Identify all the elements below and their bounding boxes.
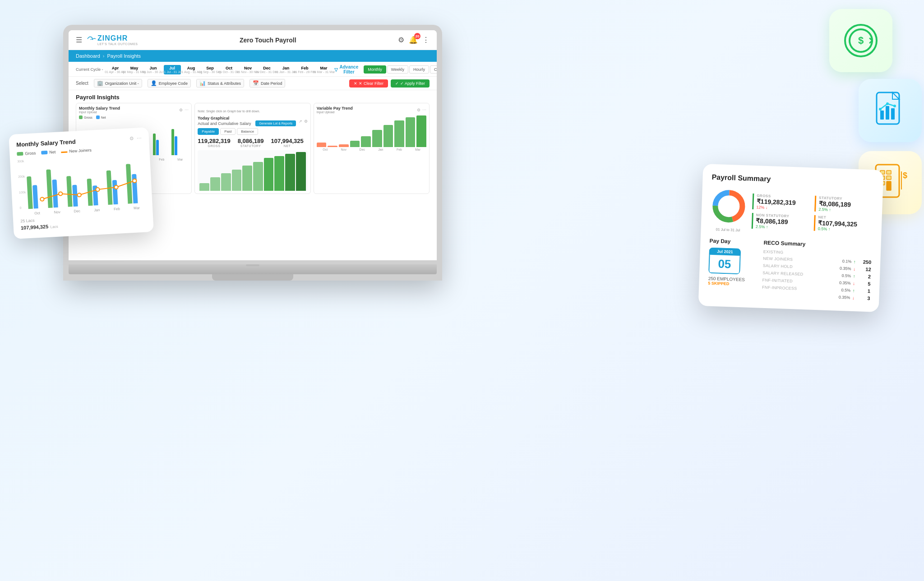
payroll-tabs: Payable Paid Balance [198, 128, 307, 135]
more-menu-icon[interactable]: ⋮ [422, 36, 430, 44]
view-buttons: Monthly Weekly Hourly Custom [364, 65, 437, 74]
settings-small-icon2[interactable]: ⚙ [417, 108, 420, 112]
today-graphical-chart: Note: Single click on Graph bar to drill… [194, 103, 310, 194]
svg-point-0 [40, 197, 44, 201]
report-chart-icon [872, 90, 908, 131]
bottom-value: 107,994,325 [21, 224, 49, 231]
cal-day: 05 [708, 255, 740, 274]
breadcrumb-home[interactable]: Dashboard [76, 53, 100, 59]
floating-monthly-card: Monthly Salary Trend ⚙ ⋯ Gross Net New J… [9, 127, 154, 239]
svg-point-4 [114, 185, 118, 189]
org-unit-filter[interactable]: 🏢 Organization Unit - [94, 79, 142, 88]
svg-point-3 [96, 188, 100, 191]
variable-pay-chart: Variable Pay Trend Input Upload ⚙ ⋯ [314, 103, 430, 194]
weekly-view-btn[interactable]: Weekly [387, 65, 408, 74]
breadcrumb: Dashboard › Payroll Insights [69, 50, 437, 62]
reco-title: RECO Summary [763, 240, 872, 249]
net-value: 107,994,325 [271, 138, 303, 144]
statutory-value: 8,086,189 [238, 138, 264, 144]
summary-main-row: 01 Jul to 31 Jul GROSS ₹119,282,319 12% … [710, 188, 873, 237]
chart-legend: Gross Net [79, 115, 189, 119]
advance-filter-button[interactable]: ▽ Advance Filter [334, 65, 359, 74]
y-axis: 300k 200k 100k 0 [17, 160, 27, 210]
hourly-view-btn[interactable]: Hourly [409, 65, 429, 74]
clear-filter-button[interactable]: ✕ ✕ Clear Filter [349, 79, 388, 88]
calendar-box: Jul 2021 05 [708, 248, 741, 274]
svg-rect-15 [886, 106, 889, 120]
laptop-base [69, 264, 437, 274]
employee-code-filter[interactable]: 👤 Employee Code [148, 79, 191, 88]
payable-tab[interactable]: Payable [198, 128, 219, 135]
month-oct[interactable]: Oct 01 Oct - 31 Oct [221, 65, 238, 74]
cumulative-chart [198, 150, 307, 191]
insights-title: Payroll Insights [76, 94, 120, 101]
page-title: Zero Touch Payroll [138, 37, 398, 44]
month-may[interactable]: May 01 May - 31 May [126, 65, 143, 74]
date-period-filter[interactable]: 📅 Date Period [249, 79, 286, 88]
settings-icon2[interactable]: ⚙ [304, 119, 308, 124]
svg-text:$: $ [858, 35, 864, 46]
month-jun[interactable]: Jun 01 Jun - 30 Jun [145, 65, 162, 74]
expand-icon[interactable]: ↗ [299, 119, 302, 124]
more-card-icon[interactable]: ⋯ [137, 135, 142, 142]
filter-select-label: Select [76, 81, 88, 86]
svg-point-5 [133, 179, 137, 183]
month-dec[interactable]: Dec 01 Dec - 31 Dec [259, 65, 276, 74]
breadcrumb-separator: › [103, 53, 105, 59]
svg-text:$: $ [903, 171, 907, 180]
card-bottom: 25 Lacs 107,994,325 Lacs [20, 212, 146, 232]
month-sep[interactable]: Sep 01 Sep - 30 Sep [202, 65, 219, 74]
check-icon: ✓ [395, 81, 399, 86]
monthly-view-btn[interactable]: Monthly [364, 65, 386, 74]
logo-area: ZINGHR LET'S TALK OUTCOMES [87, 34, 138, 46]
custom-view-btn[interactable]: Custom [430, 65, 437, 74]
status-icon: 📊 [199, 80, 206, 86]
app-header: ☰ ZINGHR LET'S TALK OUTCOMES [69, 30, 437, 50]
bottom-sub: Lacs [50, 225, 58, 229]
logo-text: ZINGHR [97, 34, 128, 42]
month-jul[interactable]: Jul 01 Jul - 31 Jul [164, 65, 181, 74]
svg-point-19 [893, 105, 896, 107]
clear-icon: ✕ [354, 81, 357, 86]
payday-reco-row: Pay Day Jul 2021 05 250 EMPLOYEES 5 SKIP… [707, 238, 872, 303]
svg-point-2 [77, 193, 81, 197]
net-label: NET [271, 144, 303, 148]
svg-rect-14 [880, 111, 884, 120]
svg-point-17 [879, 108, 882, 111]
svg-point-1 [59, 192, 63, 195]
month-feb[interactable]: Feb 01 Feb - 28 Feb [296, 65, 314, 74]
settings-small-icon[interactable]: ⚙ [179, 108, 183, 112]
timeline-bar: Current Cycle - Apr 01 Apr - 30 Apr May … [69, 62, 437, 77]
notification-bell[interactable]: 🔔 20 [409, 36, 418, 44]
cycle-label: Current Cycle - [76, 67, 103, 72]
svg-rect-26 [887, 181, 891, 190]
filter-row: Select 🏢 Organization Unit - 👤 Employee … [69, 77, 437, 90]
settings-card-icon[interactable]: ⚙ [129, 136, 134, 142]
logo-bird-icon [87, 35, 96, 45]
insights-header: Payroll Insights [69, 90, 437, 103]
hamburger-menu[interactable]: ☰ [76, 36, 82, 44]
status-attributes-filter[interactable]: 📊 Status & Attributes [196, 79, 244, 88]
month-aug[interactable]: Aug 01 Aug - 31 Aug [183, 65, 200, 74]
balance-tab[interactable]: Balance [237, 128, 258, 135]
apply-filter-button[interactable]: ✓ ✓ Apply Filter [391, 79, 430, 88]
summary-stats: GROSS ₹119,282,319 12% ↓ STATUTORY ₹8,08… [752, 193, 874, 232]
generate-reports-btn[interactable]: Generate Lot & Reports [255, 120, 296, 126]
month-nov[interactable]: Nov 01 Nov - 30 Nov [240, 65, 257, 74]
skipped-text: 5 SKIPPED [708, 281, 753, 287]
summary-title: Payroll Summary [711, 173, 874, 187]
building-icon: 🏢 [97, 80, 103, 86]
monthly-card-title: Monthly Salary Trend [16, 138, 76, 148]
svg-rect-22 [887, 171, 891, 174]
payday-title: Pay Day [709, 238, 754, 245]
more-small-icon2[interactable]: ⋯ [422, 108, 426, 112]
paid-tab[interactable]: Paid [220, 128, 236, 135]
month-mar[interactable]: Mar 01 Mar - 31 Mar [315, 65, 333, 74]
month-jan[interactable]: Jan 01 Jan - 31 Jan [277, 65, 295, 74]
more-small-icon[interactable]: ⋯ [185, 108, 189, 112]
settings-icon[interactable]: ⚙ [398, 36, 404, 44]
header-icons: ⚙ 🔔 20 ⋮ [398, 36, 430, 44]
month-apr[interactable]: Apr 01 Apr - 30 Apr [107, 65, 124, 74]
gross-value: 119,282,319 [198, 138, 230, 144]
breadcrumb-current: Payroll Insights [107, 53, 141, 59]
